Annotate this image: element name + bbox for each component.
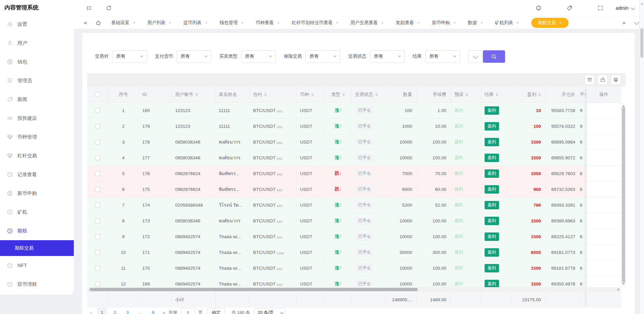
row-checkbox[interactable]: [95, 124, 100, 129]
tab-user-trade-view[interactable]: 用户交易查看 ×: [351, 20, 384, 26]
scroll-up-icon[interactable]: [622, 104, 625, 107]
sidebar-item-nft[interactable]: NFT: [0, 256, 74, 275]
print-button[interactable]: [611, 75, 621, 85]
horizontal-scroll-thumb[interactable]: [90, 288, 418, 291]
tab-miner-list[interactable]: 矿机列表 ×: [495, 20, 519, 26]
row-checkbox[interactable]: [95, 203, 100, 208]
table-row[interactable]: 5 176 0982676624 พิมพ์พรร... BTC/USDT-60…: [87, 166, 586, 181]
page-number[interactable]: 1: [97, 308, 107, 314]
sidebar-item-feedback[interactable]: 投拆建议: [0, 109, 74, 127]
table-row[interactable]: 8 173 0858036346 พงศ์ธนากร BTC/USDT-60S …: [87, 213, 586, 229]
user-menu[interactable]: admin: [616, 5, 634, 11]
next-page-icon[interactable]: ›: [163, 309, 165, 314]
filter-select[interactable]: 所有: [425, 50, 460, 63]
column-settings-button[interactable]: [585, 75, 595, 85]
tab-new-coin-subscription[interactable]: 新币申购 ×: [432, 20, 456, 26]
sidebar-item-users[interactable]: 用户: [0, 34, 74, 52]
page-number[interactable]: 2: [110, 308, 120, 314]
table-vertical-scrollbar[interactable]: [621, 103, 626, 287]
sidebar-item-settings[interactable]: 设置: [0, 15, 74, 34]
tab-withdraw-list[interactable]: 提币列表 ×: [184, 20, 208, 26]
column-close-price-clipped[interactable]: 平仓价: [580, 87, 586, 103]
table-row[interactable]: 4 177 0858036346 พงศ์ธนากร BTC/USDT-60S …: [87, 150, 586, 166]
tab-close-icon[interactable]: ×: [417, 20, 420, 25]
column-account[interactable]: 用户账号: [172, 87, 215, 103]
sort-icons[interactable]: [496, 92, 498, 98]
column-seq[interactable]: 序号: [108, 87, 139, 103]
tab-wallet-management[interactable]: 钱包管理 ×: [219, 20, 244, 26]
sidebar-item-miner[interactable]: 矿机: [0, 203, 74, 221]
tab-close-icon[interactable]: ×: [336, 20, 339, 25]
page-number[interactable]: ...: [135, 308, 145, 314]
table-row[interactable]: 1 180 123123 11111 BTC/USDT-30S USDT 涨 已…: [87, 103, 586, 118]
select-all-checkbox[interactable]: [95, 92, 100, 97]
table-horizontal-scrollbar[interactable]: [87, 287, 621, 292]
tag-icon[interactable]: [565, 4, 574, 12]
tab-basic-settings[interactable]: 基础设置 ×: [111, 20, 135, 26]
sort-icons[interactable]: [311, 92, 314, 98]
sidebar-item-new-coin-subscription[interactable]: 新币申购: [0, 184, 74, 203]
tabs-scroll-left-icon[interactable]: «: [84, 19, 87, 26]
tab-close-icon[interactable]: ×: [241, 20, 244, 25]
home-icon[interactable]: [94, 19, 102, 27]
page-scroll-thumb[interactable]: [640, 28, 643, 58]
page-number[interactable]: 9: [148, 308, 158, 314]
tab-leverage-fiat-transfer-view[interactable]: 杠杆币划转法币查看 ×: [292, 20, 338, 26]
column-result[interactable]: 结果: [481, 87, 512, 103]
table-row[interactable]: 10 171 0889402574 Thada wi... BTC/USDT-1…: [87, 245, 586, 260]
row-checkbox[interactable]: [95, 155, 100, 160]
tab-user-list[interactable]: 用户列表 ×: [147, 20, 171, 26]
sidebar-item-record-view[interactable]: 记录查看: [0, 165, 74, 184]
row-checkbox[interactable]: [95, 266, 100, 271]
sort-icons[interactable]: [538, 92, 541, 98]
row-checkbox[interactable]: [95, 187, 100, 192]
sidebar-item-options[interactable]: 期权: [0, 221, 74, 240]
row-checkbox[interactable]: [95, 140, 100, 145]
tab-close-icon[interactable]: ×: [453, 20, 456, 25]
tab-close-icon[interactable]: ×: [133, 20, 135, 25]
column-fee[interactable]: 手续费: [417, 87, 451, 103]
filter-select[interactable]: 所有: [370, 50, 405, 63]
column-profit[interactable]: 盈利: [512, 87, 546, 103]
column-contract[interactable]: 合约: [250, 87, 297, 103]
sidebar-item-coin-management[interactable]: 币种管理: [0, 127, 74, 146]
row-checkbox[interactable]: [95, 218, 100, 223]
sort-icons[interactable]: [195, 92, 198, 98]
page-size-select[interactable]: 20 条/页: [254, 308, 286, 314]
prev-page-icon[interactable]: ‹: [90, 309, 92, 314]
row-checkbox[interactable]: [95, 281, 100, 286]
column-type[interactable]: 类型: [325, 87, 352, 103]
table-row[interactable]: 7 174 02059388348 วิโรจน์ รัต... BTC/USD…: [87, 197, 586, 213]
column-preset[interactable]: 预设: [451, 87, 481, 103]
search-button[interactable]: [483, 50, 505, 63]
tab-close-icon[interactable]: ×: [559, 20, 562, 25]
theme-icon[interactable]: [535, 4, 543, 12]
row-checkbox[interactable]: [95, 250, 100, 255]
page-scrollbar[interactable]: [639, 0, 644, 314]
row-checkbox[interactable]: [95, 234, 100, 239]
column-real-name[interactable]: 真实姓名: [215, 87, 250, 103]
sidebar-item-leverage-trade[interactable]: 杠杆交易: [0, 146, 74, 165]
menu-fold-icon[interactable]: [85, 4, 93, 12]
filter-select[interactable]: 所有: [112, 50, 147, 63]
table-row[interactable]: 2 179 123123 11111 BTC/USDT-30S USDT 涨 已…: [87, 118, 586, 134]
tabs-menu-icon[interactable]: [634, 19, 639, 25]
tab-close-icon[interactable]: ×: [169, 20, 171, 25]
tab-coin-view[interactable]: 币种查看 ×: [256, 20, 280, 26]
filter-select[interactable]: 所有: [305, 50, 340, 63]
refresh-icon[interactable]: [105, 4, 113, 12]
page-number[interactable]: 3: [122, 308, 133, 314]
table-row[interactable]: 9 172 0889402574 Thada wi... BTC/USDT-60…: [87, 229, 586, 245]
sort-icons[interactable]: [465, 92, 468, 98]
tab-reward-view[interactable]: 奖励查看 ×: [396, 20, 420, 26]
confirm-page-button[interactable]: 确定: [207, 308, 225, 314]
filter-select[interactable]: 所有: [177, 50, 211, 63]
sort-icons[interactable]: [375, 92, 378, 98]
sidebar-item-news[interactable]: 新闻: [0, 90, 74, 109]
filter-select[interactable]: 所有: [241, 50, 276, 63]
tab-close-icon[interactable]: ×: [480, 20, 483, 25]
table-row[interactable]: 3 178 0858036346 พงศ์ธนากร BTC/USDT-60S …: [87, 134, 586, 150]
vertical-scroll-thumb[interactable]: [622, 107, 625, 282]
column-id[interactable]: ID: [139, 87, 172, 103]
export-button[interactable]: [598, 75, 608, 85]
